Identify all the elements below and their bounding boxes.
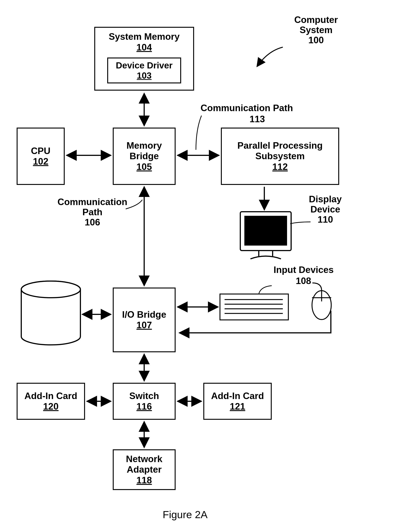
title-num: 100 [308,35,324,45]
switch-box: Switch 116 [113,383,176,420]
switch-num: 116 [137,401,152,412]
title-line2: System [300,25,333,35]
memory-bridge-line2: Bridge [130,151,159,162]
pps-line1: Parallel Processing [237,140,323,151]
memory-bridge-box: Memory Bridge 105 [113,127,176,185]
system-memory-num: 104 [137,42,152,53]
display-label: Display Device 110 [301,194,349,225]
svg-rect-5 [240,212,291,250]
io-bridge-box: I/O Bridge 107 [113,288,176,352]
cpu-box: CPU 102 [17,127,65,185]
input-devices-num: 108 [296,276,311,286]
diagram-canvas: Computer System 100 System Memory 104 De… [0,0,395,532]
net-adapter-line1: Network [126,454,162,465]
pps-line2: Subsystem [255,151,305,162]
input-devices-label: Input Devices [274,264,334,275]
addin-right-box: Add-In Card 121 [203,383,272,420]
system-memory-label: System Memory [109,31,180,42]
system-disk-label: System Disk 114 [28,302,76,333]
memory-bridge-line1: Memory [126,140,162,151]
svg-point-8 [21,281,80,298]
pps-box: Parallel Processing Subsystem 112 [221,127,339,185]
svg-point-7 [21,281,80,298]
display-line2: Device [310,204,340,215]
display-num: 110 [318,214,333,225]
addin-right-label: Add-In Card [211,391,264,401]
display-line1: Display [309,194,342,204]
keyboard-icon [220,294,288,320]
comm-path-113-label: Communication Path [201,103,293,113]
svg-rect-10 [220,294,288,320]
system-disk-line2: Disk [42,312,61,323]
svg-rect-6 [245,216,286,245]
addin-right-num: 121 [230,401,245,412]
device-driver-box: Device Driver 103 [107,57,181,83]
net-adapter-num: 118 [137,475,152,486]
io-bridge-num: 107 [137,320,152,331]
title-label: Computer System 100 [277,15,355,45]
comm-path-106-label: Communication Path 106 [54,197,131,227]
title-pointer [257,47,283,66]
device-driver-num: 103 [137,71,152,81]
mouse-icon [312,283,331,320]
net-adapter-box: Network Adapter 118 [113,449,176,490]
addin-left-num: 120 [43,401,58,412]
svg-point-15 [312,291,331,320]
addin-left-box: Add-In Card 120 [17,383,85,420]
comm-path-106-line1: Communication [57,197,127,207]
leader-commpath-113 [196,116,202,150]
system-disk-line1: System [35,302,68,312]
device-driver-label: Device Driver [116,60,173,71]
monitor-icon [240,212,291,259]
keyboard-cable [259,286,272,294]
switch-label: Switch [129,391,159,401]
arrow-mouse-iobridge [179,311,331,333]
figure-caption: Figure 2A [163,509,208,521]
cpu-num: 102 [33,156,48,167]
system-memory-box: System Memory 104 Device Driver 103 [94,27,194,91]
memory-bridge-num: 105 [137,162,152,172]
comm-path-106-line2: Path [82,207,102,217]
comm-path-106-num: 106 [85,217,100,227]
comm-path-113-num: 113 [250,114,265,124]
connectors-overlay [0,0,395,532]
pps-num: 112 [272,162,288,172]
net-adapter-line2: Adapter [127,464,162,475]
title-line1: Computer [294,15,338,25]
system-disk-num: 114 [44,322,59,333]
io-bridge-label: I/O Bridge [122,309,166,320]
addin-left-label: Add-In Card [24,391,77,401]
cpu-label: CPU [31,146,50,156]
